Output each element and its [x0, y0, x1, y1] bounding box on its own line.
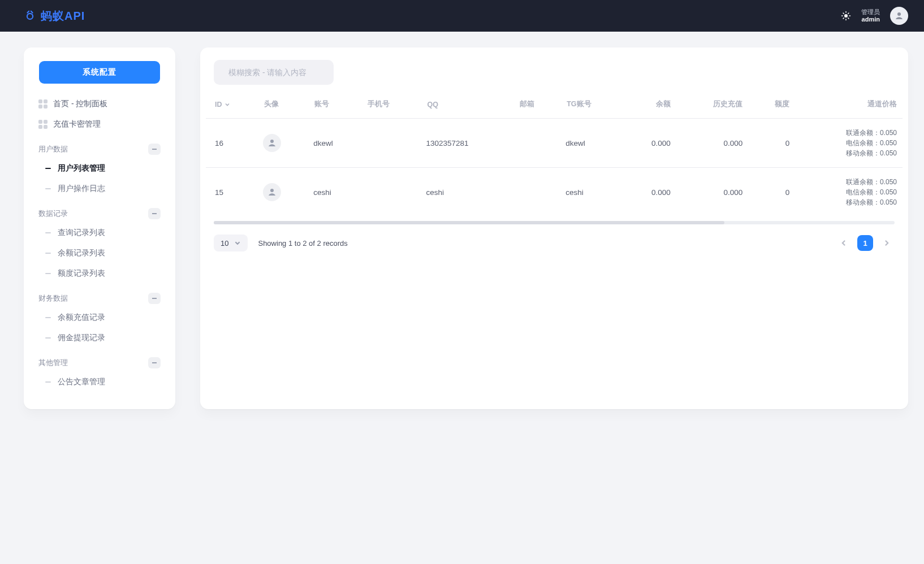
cell-avatar	[257, 168, 308, 216]
sidebar-group-header[interactable]: 财务数据	[32, 289, 167, 307]
records-summary: Showing 1 to 2 of 2 records	[258, 239, 347, 248]
sidebar-item-quota-records[interactable]: 额度记录列表	[32, 263, 167, 284]
col-balance[interactable]: 余额	[624, 95, 676, 119]
theme-toggle-icon[interactable]	[841, 11, 851, 21]
sidebar-group-header[interactable]: 用户数据	[32, 140, 167, 158]
page-size-value: 10	[221, 239, 228, 248]
avatar[interactable]	[890, 7, 908, 25]
cell-id: 16	[206, 119, 257, 168]
cell-qq: ceshi	[420, 168, 513, 216]
pagination: 1	[836, 235, 895, 251]
sidebar-group-users: 用户数据 用户列表管理 用户操作日志	[32, 140, 167, 199]
sidebar-item-withdraw-records[interactable]: 佣金提现记录	[32, 328, 167, 348]
collapse-icon	[148, 144, 161, 155]
dash-icon	[45, 253, 51, 254]
cell-email	[513, 168, 560, 216]
brand[interactable]: 蚂蚁API	[24, 8, 85, 24]
sidebar-item-label: 佣金提现记录	[58, 333, 105, 343]
sidebar-item-dashboard[interactable]: 首页 - 控制面板	[32, 94, 167, 114]
table-row[interactable]: 15 ceshi ceshi ceshi 0.000 0.000 0 联通余额：…	[206, 168, 903, 216]
grid-icon	[38, 99, 48, 109]
chevron-left-icon	[840, 239, 848, 247]
sidebar-group-header[interactable]: 其他管理	[32, 354, 167, 372]
col-email[interactable]: 邮箱	[513, 95, 560, 119]
sidebar-item-query-records[interactable]: 查询记录列表	[32, 223, 167, 243]
sidebar: 系统配置 首页 - 控制面板 充值卡密管理 用户数据 用户列表管理 用户操作日志	[24, 47, 175, 409]
header-user-meta[interactable]: 管理员 admin	[861, 8, 880, 23]
dash-icon	[45, 337, 51, 339]
search-field[interactable]	[214, 60, 334, 85]
dash-icon	[45, 168, 51, 169]
chevron-down-icon	[234, 240, 241, 246]
sidebar-item-label: 余额记录列表	[58, 248, 105, 258]
brand-name: 蚂蚁API	[41, 8, 85, 24]
sidebar-item-label: 公告文章管理	[58, 377, 105, 387]
header-user-role: 管理员	[861, 8, 880, 16]
collapse-icon	[148, 208, 161, 219]
col-tg[interactable]: TG账号	[560, 95, 624, 119]
sidebar-item-label: 查询记录列表	[58, 228, 105, 238]
col-channel-price[interactable]: 通道价格	[795, 95, 903, 119]
col-qq[interactable]: QQ	[420, 95, 513, 119]
sidebar-item-recharge-records[interactable]: 余额充值记录	[32, 307, 167, 328]
svg-rect-4	[152, 213, 157, 214]
header-user-name: admin	[862, 16, 880, 23]
grid-icon	[38, 120, 48, 129]
sidebar-item-label: 用户操作日志	[58, 184, 105, 194]
cell-balance: 0.000	[624, 168, 676, 216]
pager-prev-button[interactable]	[836, 235, 852, 251]
svg-point-0	[27, 14, 33, 19]
sidebar-item-label: 余额充值记录	[58, 313, 105, 323]
sidebar-group-title: 数据记录	[38, 209, 68, 219]
sidebar-group-finance: 财务数据 余额充值记录 佣金提现记录	[32, 289, 167, 348]
sidebar-item-recharge-cards[interactable]: 充值卡密管理	[32, 114, 167, 135]
table-row[interactable]: 16 dkewl 1302357281 dkewl 0.000 0.000 0 …	[206, 119, 903, 168]
chevron-right-icon	[883, 239, 891, 247]
sidebar-item-announce[interactable]: 公告文章管理	[32, 372, 167, 392]
col-account[interactable]: 账号	[308, 95, 361, 119]
avatar-icon	[263, 134, 281, 152]
svg-point-8	[270, 140, 274, 143]
dash-icon	[45, 317, 51, 318]
horizontal-scrollbar[interactable]	[214, 221, 895, 224]
cell-quota: 0	[748, 119, 795, 168]
chevron-down-icon	[224, 102, 230, 107]
svg-point-1	[844, 14, 848, 18]
cell-tg: ceshi	[560, 168, 624, 216]
svg-rect-3	[152, 149, 157, 150]
dash-icon	[45, 273, 51, 274]
cell-id: 15	[206, 168, 257, 216]
sidebar-item-label: 首页 - 控制面板	[53, 99, 107, 109]
sidebar-item-user-oplog[interactable]: 用户操作日志	[32, 179, 167, 199]
sidebar-item-label: 用户列表管理	[58, 163, 105, 173]
table-scroll[interactable]: ID 头像 账号 手机号 QQ 邮箱 TG账号 余额 历史充值 额度 通道价格	[206, 95, 903, 216]
cell-phone	[361, 119, 420, 168]
main-content: ID 头像 账号 手机号 QQ 邮箱 TG账号 余额 历史充值 额度 通道价格	[200, 47, 908, 409]
svg-rect-6	[152, 362, 157, 363]
sidebar-item-user-list[interactable]: 用户列表管理	[32, 158, 167, 179]
sidebar-item-label: 额度记录列表	[58, 268, 105, 279]
col-quota[interactable]: 额度	[748, 95, 795, 119]
col-history[interactable]: 历史充值	[676, 95, 749, 119]
pager-page-1[interactable]: 1	[857, 235, 873, 251]
topbar: 蚂蚁API 管理员 admin	[0, 0, 924, 32]
system-config-button[interactable]: 系统配置	[39, 61, 160, 84]
dash-icon	[45, 188, 51, 189]
page-size-select[interactable]: 10	[214, 235, 248, 251]
search-input[interactable]	[227, 67, 329, 77]
sidebar-group-other: 其他管理 公告文章管理	[32, 354, 167, 392]
cell-history: 0.000	[676, 168, 749, 216]
sidebar-group-title: 用户数据	[38, 144, 68, 154]
col-avatar[interactable]: 头像	[257, 95, 308, 119]
cell-history: 0.000	[676, 119, 749, 168]
col-phone[interactable]: 手机号	[361, 95, 420, 119]
sidebar-group-header[interactable]: 数据记录	[32, 205, 167, 223]
cell-tg: dkewl	[560, 119, 624, 168]
cell-email	[513, 119, 560, 168]
col-id[interactable]: ID	[206, 95, 257, 119]
cell-balance: 0.000	[624, 119, 676, 168]
scrollbar-thumb[interactable]	[214, 221, 724, 224]
pager-next-button[interactable]	[879, 235, 895, 251]
cell-account: dkewl	[308, 119, 361, 168]
sidebar-item-balance-records[interactable]: 余额记录列表	[32, 243, 167, 263]
